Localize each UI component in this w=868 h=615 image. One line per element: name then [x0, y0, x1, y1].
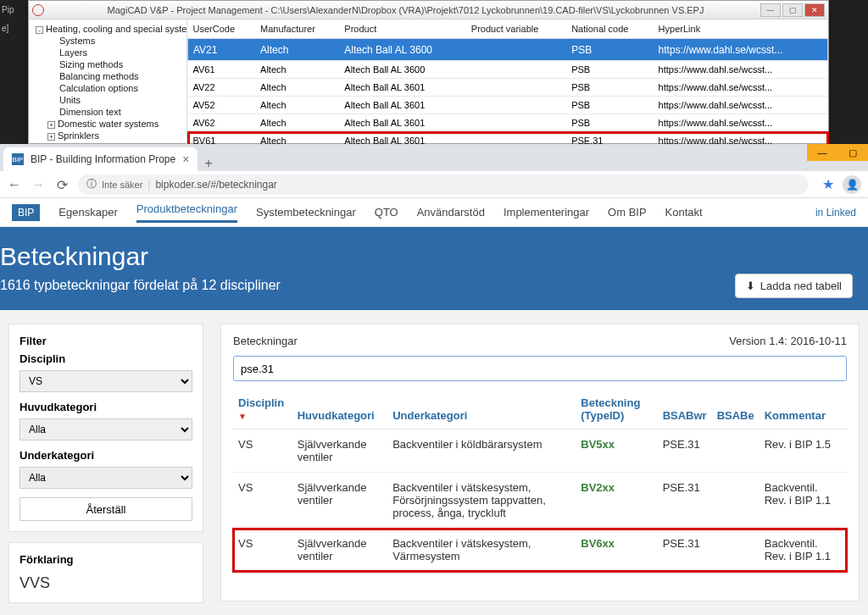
magicad-title: MagiCAD V&P - Project Management - C:\Us… — [51, 5, 760, 15]
content-area: Filter Disciplin VS Huvudkategori Alla U… — [0, 310, 868, 615]
autocad-right-ribbon — [829, 0, 868, 144]
col-usercode[interactable]: UserCode — [188, 19, 256, 39]
huvudkategori-label: Huvudkategori — [19, 401, 192, 413]
th-kommentar[interactable]: Kommentar — [760, 390, 847, 429]
back-button[interactable]: ← — [7, 177, 22, 192]
magicad-tree[interactable]: -Heating, cooling and special system ▲ S… — [29, 19, 187, 145]
table-row[interactable]: AV21AltechAltech Ball AL 3600PSBhttps://… — [188, 39, 828, 61]
tree-item[interactable]: Sprinklers — [58, 130, 99, 141]
nav-item[interactable]: Kontakt — [665, 206, 703, 219]
results-heading: Beteckningar — [233, 335, 298, 347]
tree-root[interactable]: Heating, cooling and special system — [46, 24, 187, 34]
tree-item[interactable]: Balancing methods — [36, 70, 183, 82]
site-logo[interactable]: BIP — [12, 204, 40, 221]
th-underkategori[interactable]: Underkategori — [387, 390, 576, 429]
table-row[interactable]: VSSjälvverkande ventilerBackventiler i v… — [233, 473, 847, 529]
col-nationalcode[interactable]: National code — [566, 19, 653, 39]
tree-item[interactable]: Systems — [36, 35, 183, 47]
close-button[interactable]: ✕ — [804, 3, 825, 17]
nav-item[interactable]: Om BIP — [608, 206, 647, 219]
download-icon: ⬇ — [746, 280, 755, 292]
table-row[interactable]: VSSjälvverkande ventilerBackventiler i k… — [233, 429, 847, 473]
profile-avatar[interactable]: 👤 — [843, 175, 861, 194]
col-manufacturer[interactable]: Manufacturer — [255, 19, 339, 39]
th-huvudkategori[interactable]: Huvudkategori — [292, 390, 387, 429]
tab-title: BIP - Building Information Prope — [31, 153, 175, 165]
site-nav: BIP Egenskaper Produktbeteckningar Syste… — [0, 198, 868, 227]
huvudkategori-select[interactable]: Alla — [19, 418, 192, 440]
magicad-icon — [32, 4, 44, 16]
th-disciplin[interactable]: Disciplin ▼ — [233, 390, 292, 429]
underkategori-select[interactable]: Alla — [19, 467, 192, 489]
col-product[interactable]: Product — [339, 19, 466, 39]
magicad-titlebar[interactable]: MagiCAD V&P - Project Management - C:\Us… — [29, 1, 828, 19]
reset-button[interactable]: Återställ — [19, 497, 192, 521]
results-table: Disciplin ▼ Huvudkategori Underkategori … — [233, 390, 847, 572]
security-status: Inte säker — [102, 180, 142, 190]
th-bsabe[interactable]: BSABe — [712, 390, 760, 429]
nav-item[interactable]: Systembeteckningar — [256, 206, 356, 219]
info-icon: ⓘ — [86, 177, 97, 191]
forklaring-heading: Förklaring — [19, 553, 192, 566]
address-input[interactable]: ⓘ Inte säker | bipkoder.se/#/beteckninga… — [78, 175, 809, 195]
table-row[interactable]: AV52AltechAltech Ball AL 3601PSBhttps://… — [188, 97, 828, 114]
hero-section: Beteckningar 1616 typbeteckningar fördel… — [0, 227, 868, 310]
results-panel: Beteckningar Version 1.4: 2016-10-11 Dis… — [220, 324, 860, 601]
linkedin-link[interactable]: in Linked — [815, 207, 856, 219]
table-row[interactable]: AV62AltechAltech Ball AL 3601PSBhttps://… — [188, 114, 828, 132]
tab-close-icon[interactable]: × — [182, 152, 189, 166]
browser-address-bar: ← → ⟳ ⓘ Inte säker | bipkoder.se/#/betec… — [0, 171, 868, 198]
col-productvariable[interactable]: Product variable — [466, 19, 566, 39]
maximize-button[interactable]: ▢ — [782, 3, 803, 17]
nav-item-active[interactable]: Produktbeteckningar — [136, 202, 237, 223]
browser-minimize-button[interactable]: — — [807, 144, 837, 161]
sort-desc-icon: ▼ — [238, 412, 247, 421]
browser-tab-bar[interactable]: BIP BIP - Building Information Prope × +… — [0, 144, 868, 171]
tree-item[interactable]: Dimension text — [36, 106, 183, 118]
forklaring-panel: Förklaring VVS — [8, 542, 203, 603]
disciplin-label: Disciplin — [19, 352, 192, 365]
col-hyperlink[interactable]: HyperLink — [654, 19, 828, 39]
th-bsabwr[interactable]: BSABwr — [658, 390, 712, 429]
new-tab-button[interactable]: + — [204, 156, 212, 171]
version-label: Version 1.4: 2016-10-11 — [729, 335, 847, 347]
minimize-button[interactable]: — — [760, 3, 781, 17]
magicad-window: MagiCAD V&P - Project Management - C:\Us… — [28, 0, 829, 144]
tree-item[interactable]: Units — [36, 94, 183, 106]
autocad-left-ribbon: Pipe] — [0, 0, 28, 144]
page-title: Beteckningar — [0, 242, 868, 271]
nav-item[interactable]: Användarstöd — [417, 206, 485, 219]
nav-item[interactable]: Implementeringar — [504, 206, 589, 219]
table-row[interactable]: AV22AltechAltech Ball AL 3601PSBhttps://… — [188, 79, 828, 97]
tree-item[interactable]: Sizing methods — [36, 58, 183, 70]
browser-tab[interactable]: BIP BIP - Building Information Prope × — [3, 147, 198, 171]
magicad-grid[interactable]: UserCode Manufacturer Product Product va… — [187, 19, 828, 145]
nav-item[interactable]: Egenskaper — [58, 206, 117, 219]
download-table-button[interactable]: ⬇ Ladda ned tabell — [735, 274, 853, 298]
tab-favicon: BIP — [12, 153, 24, 165]
bookmark-star-icon[interactable]: ★ — [822, 176, 834, 192]
th-beteckning[interactable]: Beteckning (TypeID) — [576, 390, 657, 429]
search-input[interactable] — [233, 356, 847, 381]
tree-item[interactable]: Calculation options — [36, 82, 183, 94]
browser-window: BIP BIP - Building Information Prope × +… — [0, 144, 868, 615]
tree-item[interactable]: Domestic water systems — [58, 119, 159, 129]
filter-heading: Filter — [19, 335, 192, 347]
url-text: bipkoder.se/#/beteckningar — [155, 179, 276, 191]
table-row[interactable]: VSSjälvverkande ventilerBackventiler i v… — [233, 529, 847, 572]
vvs-label: VVS — [19, 574, 192, 592]
disciplin-select[interactable]: VS — [19, 370, 192, 392]
reload-button[interactable]: ⟳ — [54, 177, 70, 192]
underkategori-label: Underkategori — [19, 449, 192, 462]
browser-maximize-button[interactable]: ▢ — [837, 144, 868, 161]
nav-item[interactable]: QTO — [375, 206, 398, 219]
filter-panel: Filter Disciplin VS Huvudkategori Alla U… — [8, 324, 203, 532]
tree-item[interactable]: Layers — [36, 47, 183, 58]
table-row[interactable]: AV61AltechAltech Ball AL 3600PSBhttps://… — [188, 61, 828, 79]
forward-button: → — [31, 177, 46, 192]
